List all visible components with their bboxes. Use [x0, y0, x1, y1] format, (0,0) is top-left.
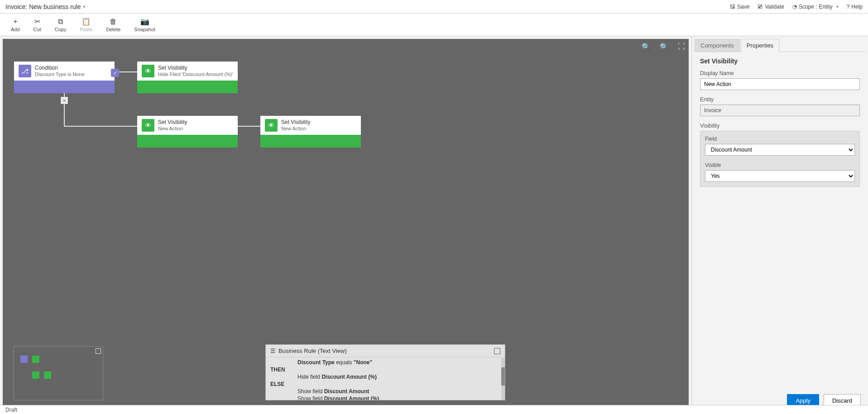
- visible-select[interactable]: Yes: [705, 170, 855, 182]
- visibility-label: Visibility: [700, 123, 860, 129]
- header: Invoice : New business rule ▾ 🖫 Save 🗹 V…: [0, 0, 868, 14]
- canvas[interactable]: 🔍 🔍 ⛶ ⎇ Condition Discount Type is None: [3, 39, 689, 411]
- maximize-icon[interactable]: [96, 348, 101, 354]
- close-icon[interactable]: ✕: [61, 97, 68, 104]
- fit-button[interactable]: ⛶: [678, 43, 685, 51]
- text-view-panel: ☰ Business Rule (Text View) Discount Typ…: [265, 344, 505, 400]
- check-icon: ✓: [111, 69, 119, 77]
- minimap-node: [32, 356, 39, 363]
- status-text: Draft: [5, 407, 17, 413]
- add-icon: ＋: [12, 18, 19, 26]
- delete-icon: 🗑: [110, 18, 117, 26]
- eye-icon: 👁: [265, 119, 278, 132]
- tab-properties[interactable]: Properties: [741, 39, 779, 52]
- entity-input: [700, 105, 860, 116]
- minimap-node: [44, 371, 51, 379]
- action-node[interactable]: 👁 Set Visibility Hide Filed 'Dsiscount A…: [137, 62, 238, 93]
- validate-button[interactable]: 🗹 Validate: [758, 4, 784, 10]
- minimap-node: [20, 356, 28, 363]
- cut-tool[interactable]: ✂ Cut: [34, 18, 41, 32]
- scrollbar[interactable]: [501, 358, 505, 400]
- entity-label: Entity: [700, 96, 860, 103]
- eye-icon: 👁: [142, 65, 154, 77]
- snapshot-icon: 📷: [140, 18, 149, 26]
- branch-icon: ⎇: [19, 65, 31, 77]
- properties-panel: Components Properties Set Visibility Dis…: [691, 36, 868, 414]
- minimap-node: [32, 371, 39, 379]
- text-view-body[interactable]: Discount Type equals "None" THEN Hide fi…: [266, 357, 505, 400]
- zoom-in-button[interactable]: 🔍: [660, 43, 669, 51]
- save-button[interactable]: 🖫 Save: [730, 4, 749, 10]
- help-button[interactable]: ? Help: [847, 4, 863, 10]
- toolbar: ＋ Add ✂ Cut ⧉ Copy 📋 Paste 🗑 Delete 📷 Sn…: [0, 14, 868, 36]
- panel-title: Set Visibility: [700, 57, 860, 65]
- header-title-area[interactable]: Invoice : New business rule ▾: [5, 3, 85, 10]
- action-node[interactable]: 👁 Set Visibility New Action: [260, 116, 361, 148]
- eye-icon: 👁: [142, 119, 154, 132]
- list-icon: ☰: [270, 347, 276, 354]
- condition-node[interactable]: ⎇ Condition Discount Type is None ✓: [14, 62, 115, 93]
- connector: [238, 126, 260, 127]
- footer: Draft: [0, 405, 868, 414]
- help-icon: ?: [847, 4, 850, 10]
- visible-label: Visible: [705, 162, 855, 168]
- delete-tool[interactable]: 🗑 Delete: [106, 18, 121, 32]
- field-label: Field: [705, 136, 855, 142]
- save-icon: 🖫: [730, 4, 735, 10]
- tab-components[interactable]: Components: [695, 39, 740, 52]
- scope-icon: ◔: [792, 4, 797, 10]
- connector: [64, 126, 137, 127]
- snapshot-tool[interactable]: 📷 Snapshot: [134, 18, 155, 32]
- add-tool[interactable]: ＋ Add: [11, 18, 20, 32]
- scroll-thumb[interactable]: [501, 367, 505, 385]
- scope-dropdown[interactable]: ◔ Scope : Entity ▾: [792, 4, 839, 10]
- validate-icon: 🗹: [758, 4, 763, 10]
- minimap[interactable]: [14, 346, 103, 400]
- main: 🔍 🔍 ⛶ ⎇ Condition Discount Type is None: [0, 36, 868, 414]
- copy-tool[interactable]: ⧉ Copy: [55, 18, 67, 32]
- display-name-input[interactable]: [700, 78, 860, 90]
- chevron-down-icon: ▾: [836, 4, 839, 9]
- chevron-down-icon[interactable]: ▾: [83, 4, 85, 9]
- paste-tool: 📋 Paste: [80, 18, 92, 32]
- header-entity: Invoice: [5, 3, 25, 10]
- zoom-out-button[interactable]: 🔍: [642, 43, 651, 51]
- maximize-icon[interactable]: [494, 348, 500, 354]
- header-title: New business rule: [29, 3, 81, 10]
- action-node[interactable]: 👁 Set Visibility New Action: [137, 116, 238, 148]
- paste-icon: 📋: [82, 18, 91, 26]
- copy-icon: ⧉: [58, 18, 63, 26]
- field-select[interactable]: Discount Amount: [705, 144, 855, 156]
- cut-icon: ✂: [34, 18, 40, 26]
- canvas-wrap: 🔍 🔍 ⛶ ⎇ Condition Discount Type is None: [0, 36, 691, 414]
- display-name-label: Display Name: [700, 70, 860, 76]
- text-view-title: Business Rule (Text View): [278, 347, 347, 354]
